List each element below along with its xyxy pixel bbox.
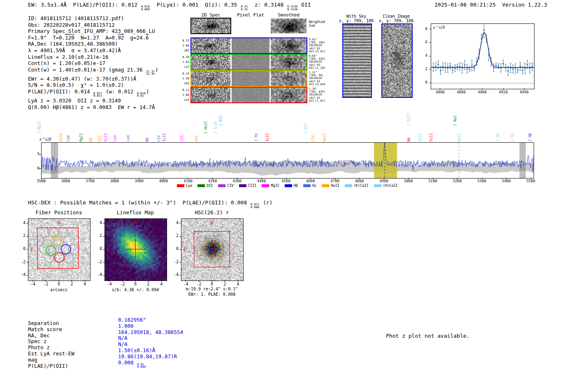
axis-tick-label: 6 bbox=[419, 40, 427, 44]
axis-tick bbox=[65, 178, 66, 179]
emission-line-label: { SiIV bbox=[214, 121, 218, 134]
axis-tick-label: 3700 bbox=[82, 179, 98, 183]
with-sky-image bbox=[342, 23, 372, 98]
info-line: P(LAE)/P(OII): 0.014 0.0170.011 (w: 0.01… bbox=[28, 88, 158, 97]
info-line: LyA z = 3.0320 OII z = 0.3149 bbox=[28, 97, 158, 104]
axis-tick bbox=[238, 280, 238, 282]
fiber-xlabel: arcsecs bbox=[28, 288, 90, 292]
info-line: Primary Spec_Slot_IFU_AMP: 423_089_066_L… bbox=[28, 28, 158, 35]
emission-line-label: NV bbox=[146, 137, 149, 141]
axis-tick bbox=[429, 56, 431, 56]
axis-tick-label: 4920 bbox=[495, 90, 511, 94]
legend-label: (K)CaII bbox=[354, 183, 369, 188]
smoothed-image bbox=[271, 38, 307, 53]
spec2d-row-annotation: WeightedSum bbox=[309, 20, 325, 28]
spec2d-row-annotation: 0.63"(709, 106)20220228v017_03423_LU_011 bbox=[309, 38, 325, 53]
svg-text:N: N bbox=[134, 220, 137, 225]
axis-tick-label: 3900 bbox=[131, 179, 147, 183]
axis-tick-label: 4880 bbox=[453, 90, 469, 94]
spectral-line-legend: LyαOIICIVCIIIMgIIHβHγHeII(K)CaII(H)CaII bbox=[41, 183, 533, 188]
axis-tick-label: 0 bbox=[92, 246, 102, 251]
lineflux-crosshair-overlay: NE bbox=[105, 218, 166, 280]
axis-tick bbox=[139, 178, 139, 179]
emission-line-label: CII bbox=[180, 135, 184, 141]
axis-tick-label: 4 bbox=[92, 220, 102, 225]
fiber-positions-title: Fiber Positions bbox=[28, 209, 90, 216]
emission-line-label: SiII bbox=[163, 133, 166, 141]
axis-tick bbox=[524, 88, 525, 90]
axis-tick bbox=[148, 280, 149, 282]
axis-tick bbox=[59, 280, 59, 282]
smoothed-image bbox=[271, 19, 307, 33]
axis-tick bbox=[429, 83, 431, 83]
axis-tick-label: 4 bbox=[232, 282, 244, 286]
axis-tick bbox=[225, 280, 225, 282]
axis-tick-label: 4940 bbox=[516, 90, 532, 94]
emission-line-label: NV bbox=[407, 137, 411, 141]
info-line: Obs: 20220228v017_4018115712 bbox=[28, 22, 158, 28]
pixelflat-image bbox=[232, 88, 269, 102]
info-line: Cont(n) = 1.20(±0.05)e-17 bbox=[28, 60, 158, 67]
emission-line-label: SiII bbox=[430, 133, 433, 141]
info-line: Cont(w) = 1.40(±0.01)e-17 (gmag 21.36 21… bbox=[28, 67, 158, 76]
axis-tick bbox=[122, 280, 123, 282]
axis-tick-label: 2 bbox=[92, 233, 102, 238]
axis-tick-label: -4 bbox=[27, 282, 39, 286]
axis-tick bbox=[482, 178, 482, 179]
axis-tick-label: -2 bbox=[92, 260, 102, 264]
emission-line-label: { Hβ bbox=[528, 133, 532, 141]
emission-line-label: { OII bbox=[219, 115, 223, 126]
axis-tick bbox=[482, 88, 483, 90]
legend-item: Hβ bbox=[285, 183, 298, 188]
svg-text:E: E bbox=[183, 247, 186, 252]
axis-tick-label: 3500 bbox=[33, 179, 49, 183]
axis-tick-label: 8 bbox=[419, 27, 427, 31]
legend-label: Hβ bbox=[294, 183, 298, 188]
spec2d-row-annotation: 1.21"(709, 98)20220228v017_01423_LU_010 bbox=[309, 71, 325, 86]
emission-line-label: { HeII bbox=[204, 121, 208, 134]
axis-tick bbox=[408, 178, 409, 179]
info-line: Q(0.00) Hβ(4861) z = 0.0083 EW r = 14.7Å bbox=[28, 104, 158, 111]
fiber-positions-overlay: NE bbox=[28, 218, 90, 280]
hsc-dex-match-line: HSC-DEX : Possible Matches = 1 (within +… bbox=[28, 199, 272, 209]
axis-tick bbox=[109, 280, 109, 282]
svg-text:N: N bbox=[211, 220, 213, 225]
axis-tick-label: 0 bbox=[129, 282, 142, 286]
axis-tick-label: 5500 bbox=[523, 179, 539, 183]
spec2d-row-scale-labels: 0.111.08122 bbox=[177, 88, 189, 102]
legend-item: OII bbox=[197, 183, 213, 188]
match-field-label: mag bbox=[28, 357, 74, 363]
axis-tick-label: 4 bbox=[155, 282, 167, 286]
axis-tick-label: -4 bbox=[180, 282, 192, 286]
match-table-values: 0.162956"1.000164.195018, 48.386554N/AN/… bbox=[118, 317, 183, 369]
legend-label: (H)CaII bbox=[383, 183, 398, 188]
axis-tick bbox=[135, 280, 136, 282]
axis-tick-label: 2 bbox=[66, 282, 78, 286]
axis-tick-label: -2 bbox=[193, 282, 205, 286]
axis-tick bbox=[212, 178, 213, 179]
axis-tick bbox=[85, 280, 85, 282]
emission-line-label: { Hγ bbox=[511, 133, 514, 141]
axis-tick-label: -2 bbox=[169, 260, 179, 264]
emission-line-label: NV bbox=[89, 137, 93, 141]
axis-tick-label: 4500 bbox=[278, 179, 294, 183]
axis-tick-label: 0 bbox=[53, 282, 65, 286]
axis-tick-label: 5000 bbox=[400, 179, 417, 183]
emission-line-label: { OII bbox=[304, 123, 308, 134]
inset-unit-label: e-17x2Å bbox=[433, 25, 445, 30]
axis-tick bbox=[335, 178, 335, 179]
axis-tick-label: 5200 bbox=[449, 179, 466, 183]
axis-tick-label: 4800 bbox=[351, 179, 368, 183]
emission-line-label: OVI bbox=[195, 135, 199, 141]
axis-tick bbox=[503, 88, 504, 90]
axis-tick-label: 4100 bbox=[180, 179, 196, 183]
match-table-labels: SeparationMatch scoreRA, DecSpec zPhoto … bbox=[28, 320, 74, 369]
spec2d-image bbox=[191, 71, 230, 86]
summary-line: EW: 3.5±1.4Å P(LAE)/P(OII): 0.012 0.0180… bbox=[28, 2, 311, 11]
axis-tick bbox=[384, 178, 384, 179]
legend-label: HeII bbox=[331, 183, 339, 188]
spec2d-row-annotation: 1.34"(709, 938)20220228v017_01423_LL_011 bbox=[309, 88, 325, 102]
lineflux-caption: s/b: 4.36 +/- 0.094 bbox=[105, 288, 166, 292]
axis-tick-label: 5300 bbox=[474, 179, 490, 183]
axis-tick bbox=[429, 42, 431, 43]
